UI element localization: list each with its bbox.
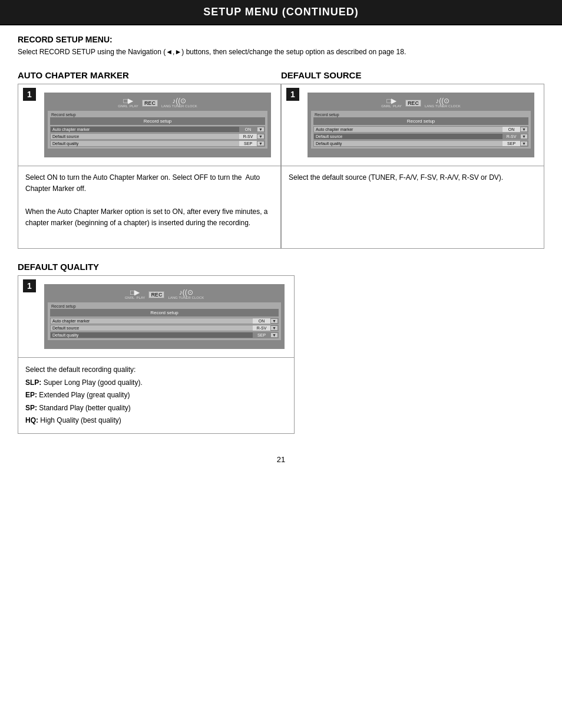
dq-desc-line-ep: EP: Extended Play (great quality) [25, 389, 287, 402]
default-quality-screen: □▶ GNRL PLAY REC ♪((⊙ LANG TUNER CLOCK [39, 279, 289, 354]
dq-desc-line-slp: SLP: Super Long Play (good quality). [25, 377, 287, 390]
dq-rec-icon: REC [148, 291, 164, 298]
dq-desc-line-sp: SP: Standard Play (better quality) [25, 402, 287, 415]
dq-row-3: Default quality SEP ▼ [50, 332, 279, 338]
default-source-screen-box: 1 □▶ GNRL PLAY REC [281, 84, 544, 166]
auto-chapter-marker-section: AUTO CHAPTER MARKER 1 □▶ GNRL PLAY [18, 67, 281, 249]
auto-chapter-row-3: Default quality SEP ▼ [50, 140, 265, 147]
default-source-menu-area: Record setup Record setup Auto chapter m… [311, 111, 531, 149]
ds-row-1: Auto chapter marker ON ▼ [313, 126, 528, 133]
dq-gnrl-icon: □▶ GNRL PLAY [125, 289, 146, 300]
auto-chapter-menu-area: Record setup Record setup Auto chapter m… [48, 111, 267, 149]
auto-chapter-screen-box: 1 □▶ GNRL PLAY REC [18, 84, 281, 166]
default-quality-icons-row: □▶ GNRL PLAY REC ♪((⊙ LANG TUNER CLOCK [48, 288, 281, 301]
default-quality-screen-box: 1 □▶ GNRL PLAY REC [18, 275, 295, 358]
dq-desc-line-1: Select the default recording quality: [25, 364, 287, 377]
auto-chapter-description: Select ON to turn the Auto Chapter Marke… [18, 166, 281, 249]
dq-row-2: Default source R-SV ▼ [50, 325, 279, 331]
ds-rec-icon: REC [405, 100, 421, 107]
auto-chapter-screen: □▶ GNRL PLAY REC ♪((⊙ LANG TUNER CLOCK [39, 88, 276, 162]
ds-row-3: Default quality SEP ▼ [313, 140, 528, 147]
dq-desc-line-hq: HQ: High Quality (best quality) [25, 414, 287, 427]
ds-lang-icon: ♪((⊙ LANG TUNER CLOCK [425, 97, 461, 108]
default-source-screen: □▶ GNRL PLAY REC ♪((⊙ LANG TUNER CLOCK [303, 88, 539, 162]
auto-chapter-step-badge: 1 [23, 88, 36, 101]
default-source-icons-row: □▶ GNRL PLAY REC ♪((⊙ LANG TUNER CLOCK [311, 96, 531, 110]
default-quality-step-badge: 1 [23, 279, 36, 292]
top-sections-row: AUTO CHAPTER MARKER 1 □▶ GNRL PLAY [18, 67, 544, 249]
default-source-section: DEFAULT SOURCE 1 □▶ GNRL PLAY [281, 67, 544, 249]
ds-row-2: Default source R-SV ▼ [313, 133, 528, 140]
gnrl-icon: □▶ GNRL PLAY [118, 97, 138, 108]
default-source-description: Select the default source (TUNER, F-A/V,… [281, 166, 544, 249]
auto-chapter-icons-row: □▶ GNRL PLAY REC ♪((⊙ LANG TUNER CLOCK [48, 96, 267, 110]
default-quality-menu-area: Record setup Record setup Auto chapter m… [48, 302, 281, 340]
record-setup-intro: Select RECORD SETUP using the Navigation… [18, 47, 544, 57]
auto-chapter-row-2: Default source R-SV ▼ [50, 133, 265, 140]
default-quality-description: Select the default recording quality: SL… [18, 358, 295, 434]
default-quality-heading: DEFAULT QUALITY [18, 258, 544, 275]
record-setup-heading: RECORD SETUP MENU: [18, 35, 544, 44]
auto-chapter-row-1: Auto chapter marker ON ▼ [50, 126, 265, 133]
auto-chapter-marker-heading: AUTO CHAPTER MARKER [18, 67, 281, 84]
rec-icon: REC [142, 100, 158, 107]
dq-row-1: Auto chapter marker ON ▼ [50, 318, 279, 324]
default-source-heading: DEFAULT SOURCE [281, 67, 544, 84]
default-source-step-badge: 1 [286, 88, 299, 101]
page-number: 21 [0, 443, 562, 476]
dq-lang-icon: ♪((⊙ LANG TUNER CLOCK [168, 289, 204, 300]
page-title: SETUP MENU (CONTINUED) [0, 0, 562, 25]
lang-icon: ♪((⊙ LANG TUNER CLOCK [161, 97, 197, 108]
default-quality-section: DEFAULT QUALITY 1 □▶ GNRL PLAY [18, 258, 544, 434]
ds-gnrl-icon: □▶ GNRL PLAY [381, 97, 402, 108]
